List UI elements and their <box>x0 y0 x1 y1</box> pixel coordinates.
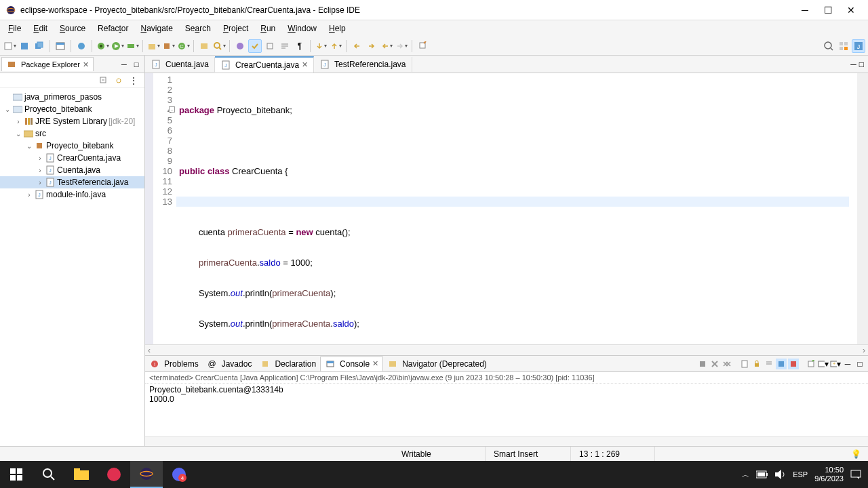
start-button[interactable] <box>0 461 33 488</box>
menu-refactor[interactable]: Refactor <box>92 22 134 35</box>
menu-file[interactable]: File <box>3 22 26 35</box>
project-item[interactable]: ⌄ Proyecto_bitebank <box>0 103 144 115</box>
pin-editor-button[interactable] <box>416 39 429 53</box>
close-tab-icon[interactable]: ✕ <box>372 359 378 368</box>
save-button[interactable] <box>18 39 31 53</box>
eclipse-taskbar-button[interactable] <box>130 461 163 488</box>
next-annotation-button[interactable]: ▾ <box>314 39 328 53</box>
open-task-button[interactable] <box>233 39 247 53</box>
show-on-output-button[interactable] <box>776 359 787 369</box>
minimize-button[interactable]: ─ <box>793 0 816 20</box>
app-button-2[interactable]: 4 <box>163 461 195 488</box>
toggle-mark-button[interactable] <box>248 39 262 53</box>
java-perspective-button[interactable]: J <box>852 39 865 53</box>
src-item[interactable]: ⌄ src <box>0 127 144 140</box>
display-console-button[interactable]: ▾ <box>818 359 829 369</box>
new-button[interactable]: ▾ <box>3 39 16 53</box>
word-wrap-button[interactable] <box>278 39 292 53</box>
collapse-all-icon[interactable] <box>98 75 109 86</box>
console-tab[interactable]: Console✕ <box>320 357 383 371</box>
pin-console-button[interactable] <box>806 359 816 369</box>
close-button[interactable]: ✕ <box>840 0 863 20</box>
menu-edit[interactable]: Edit <box>28 22 53 35</box>
open-type-button[interactable] <box>197 39 211 53</box>
editor-scrollbar-v[interactable] <box>857 73 868 344</box>
code-editor[interactable]: 123 -4 567 8910 111213 package Proyecto_… <box>145 73 868 344</box>
menu-window[interactable]: Window <box>282 22 322 35</box>
navigator-tab[interactable]: Navigator (Deprecated) <box>383 357 491 371</box>
file-explorer-button[interactable] <box>65 461 98 488</box>
editor-tab-cuenta[interactable]: J Cuenta.java <box>145 57 215 72</box>
view-menu-icon[interactable]: ⋮ <box>128 75 139 86</box>
new-package-button[interactable]: ▾ <box>161 39 175 53</box>
minimize-editor-button[interactable]: ─ <box>850 60 856 69</box>
minimize-bottom-button[interactable]: ─ <box>842 359 853 369</box>
tray-chevron-icon[interactable]: ︿ <box>742 470 749 480</box>
menu-source[interactable]: Source <box>54 22 91 35</box>
editor-scrollbar-h[interactable]: ‹› <box>145 344 868 355</box>
volume-icon[interactable] <box>775 470 786 479</box>
search-button[interactable]: ▾ <box>212 39 226 53</box>
minimize-panel-button[interactable]: ─ <box>119 59 130 70</box>
show-on-err-button[interactable] <box>788 359 799 369</box>
code-content[interactable]: package Proyecto_bitebank; public class … <box>176 73 857 344</box>
maximize-panel-button[interactable]: □ <box>131 59 142 70</box>
java-file-item[interactable]: ›J TestReferencia.java <box>0 176 144 188</box>
open-perspective-button[interactable] <box>837 39 850 53</box>
notifications-icon[interactable] <box>850 470 861 479</box>
package-item[interactable]: ⌄ Proyecto_bitebank <box>0 140 144 152</box>
editor-tab-crearcuenta[interactable]: J CrearCuenta.java ✕ <box>215 56 314 73</box>
last-edit-button[interactable] <box>350 39 363 53</box>
remove-launch-button[interactable] <box>709 359 720 369</box>
open-console-button[interactable]: +▾ <box>830 359 841 369</box>
console-output[interactable]: Proyecto_bitebank.cuenta@133314b 1000.0 <box>145 384 868 436</box>
link-editor-icon[interactable] <box>113 75 124 86</box>
debug-button[interactable]: ▾ <box>96 39 109 53</box>
save-all-button[interactable] <box>33 39 46 53</box>
terminate-all-button[interactable] <box>697 359 708 369</box>
word-wrap-console-button[interactable] <box>764 359 774 369</box>
forward-history-button[interactable] <box>365 39 378 53</box>
maximize-editor-button[interactable]: □ <box>859 60 864 69</box>
battery-icon[interactable] <box>756 470 768 479</box>
declaration-tab[interactable]: Declaration <box>256 357 320 371</box>
prev-annotation-button[interactable]: ▾ <box>329 39 342 53</box>
run-button[interactable]: ▾ <box>111 39 124 53</box>
toggle-block-button[interactable] <box>263 39 277 53</box>
module-info-item[interactable]: ›J module-info.java <box>0 188 144 201</box>
maximize-button[interactable]: ☐ <box>816 0 840 20</box>
java-file-item[interactable]: ›J CrearCuenta.java <box>0 152 144 164</box>
close-icon[interactable]: ✕ <box>83 60 89 69</box>
menu-help[interactable]: Help <box>323 22 351 35</box>
tip-icon[interactable]: 💡 <box>844 449 868 459</box>
show-whitespace-button[interactable]: ¶ <box>293 39 307 53</box>
java-file-item[interactable]: ›J Cuenta.java <box>0 164 144 176</box>
scroll-lock-button[interactable] <box>751 359 762 369</box>
menu-project[interactable]: Project <box>218 22 254 35</box>
close-tab-icon[interactable]: ✕ <box>302 60 308 69</box>
back-button[interactable]: ▾ <box>380 39 393 53</box>
project-item[interactable]: java_primeros_pasos <box>0 91 144 103</box>
menu-navigate[interactable]: Navigate <box>135 22 178 35</box>
clear-console-button[interactable] <box>739 359 750 369</box>
forward-button[interactable]: ▾ <box>395 39 408 53</box>
maximize-bottom-button[interactable]: □ <box>854 359 865 369</box>
coverage-button[interactable]: ▾ <box>125 39 139 53</box>
new-java-project-button[interactable]: ▾ <box>146 39 160 53</box>
javadoc-tab[interactable]: @Javadoc <box>203 357 256 371</box>
jre-item[interactable]: › JRE System Library [jdk-20] <box>0 115 144 127</box>
clock[interactable]: 10:50 9/6/2023 <box>814 466 844 483</box>
package-explorer-tab[interactable]: Package Explorer ✕ <box>1 57 94 71</box>
terminal-button[interactable] <box>54 39 67 53</box>
editor-tab-testreferencia[interactable]: J TestReferencia.java <box>314 57 412 72</box>
app-button-1[interactable] <box>98 461 130 488</box>
new-class-button[interactable]: C▾ <box>176 39 190 53</box>
menu-run[interactable]: Run <box>255 22 281 35</box>
remove-all-button[interactable] <box>722 359 732 369</box>
menu-search[interactable]: Search <box>180 22 216 35</box>
problems-tab[interactable]: !Problems <box>145 357 203 371</box>
language-indicator[interactable]: ESP <box>793 470 808 479</box>
quick-access-button[interactable] <box>822 39 835 53</box>
skip-breakpoints-button[interactable] <box>75 39 88 53</box>
console-scrollbar-h[interactable] <box>145 436 868 446</box>
